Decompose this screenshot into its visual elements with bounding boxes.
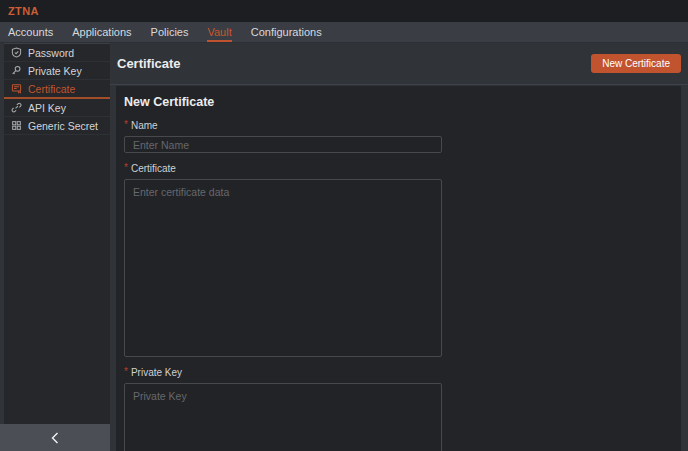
field-label-text: Private Key <box>131 367 182 378</box>
secret-type-list: Password Private Key <box>4 43 110 135</box>
vault-sidebar: Password Private Key <box>0 43 110 451</box>
private-key-field-label: * Private Key <box>124 367 673 378</box>
sidebar-item-label: Generic Secret <box>28 120 98 132</box>
certificate-textarea[interactable] <box>124 179 442 357</box>
tab-configurations[interactable]: Configurations <box>251 22 322 42</box>
page-body: Password Private Key <box>0 43 688 451</box>
page-title: Certificate <box>117 56 181 71</box>
sidebar-collapse-button[interactable] <box>0 424 110 451</box>
shield-check-icon <box>11 47 22 58</box>
sidebar-item-label: Password <box>28 47 74 59</box>
brand-logo: ZTNA <box>8 5 39 17</box>
field-label-text: Name <box>131 120 158 131</box>
field-label-text: Certificate <box>131 163 176 174</box>
required-asterisk: * <box>124 367 128 377</box>
sidebar-item-api-key[interactable]: API Key <box>4 99 110 117</box>
tab-vault[interactable]: Vault <box>207 22 231 42</box>
sidebar-panel: Password Private Key <box>4 43 110 424</box>
sidebar-item-certificate[interactable]: Certificate <box>4 80 110 99</box>
main-nav-tabs: Accounts Applications Policies Vault Con… <box>0 22 688 43</box>
tab-policies[interactable]: Policies <box>151 22 189 42</box>
new-certificate-button[interactable]: New Certificate <box>591 54 681 73</box>
name-input[interactable] <box>124 136 442 153</box>
link-icon <box>11 102 22 113</box>
sidebar-item-password[interactable]: Password <box>4 44 110 62</box>
content-header: Certificate New Certificate <box>110 43 688 85</box>
grid-icon <box>11 120 22 131</box>
form-heading: New Certificate <box>124 95 673 109</box>
sidebar-item-private-key[interactable]: Private Key <box>4 62 110 80</box>
sidebar-item-label: Private Key <box>28 65 82 77</box>
sidebar-item-label: Certificate <box>28 83 75 95</box>
required-asterisk: * <box>124 163 128 173</box>
certificate-field-label: * Certificate <box>124 163 673 174</box>
chevron-left-icon <box>49 431 61 445</box>
new-certificate-form-panel: New Certificate * Name * Certificate * P… <box>116 86 681 451</box>
private-key-textarea[interactable] <box>124 383 442 451</box>
tab-applications[interactable]: Applications <box>72 22 131 42</box>
sidebar-item-generic-secret[interactable]: Generic Secret <box>4 117 110 135</box>
required-asterisk: * <box>124 120 128 130</box>
top-bar: ZTNA <box>0 0 688 22</box>
sidebar-item-label: API Key <box>28 102 66 114</box>
main-content: Certificate New Certificate New Certific… <box>110 43 688 451</box>
name-field-label: * Name <box>124 120 673 131</box>
key-icon <box>11 65 22 76</box>
tab-accounts[interactable]: Accounts <box>8 22 53 42</box>
certificate-icon <box>11 83 22 94</box>
